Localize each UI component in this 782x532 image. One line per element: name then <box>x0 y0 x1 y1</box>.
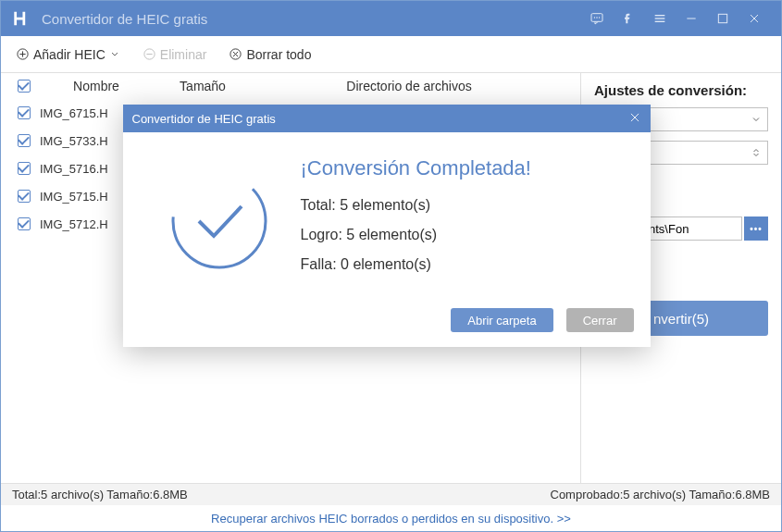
dialog-heading: ¡Conversión Completada! <box>301 156 623 180</box>
dialog-header: Convertidor de HEIC gratis <box>123 105 651 132</box>
svg-point-21 <box>173 175 266 267</box>
dialog-title: Convertidor de HEIC gratis <box>132 112 276 126</box>
close-button[interactable]: Cerrar <box>566 308 634 332</box>
open-folder-button[interactable]: Abrir carpeta <box>451 308 552 332</box>
completion-dialog: Convertidor de HEIC gratis ¡Conversión C… <box>123 105 651 347</box>
dialog-fail: Falla: 0 elemento(s) <box>301 256 623 273</box>
dialog-close-icon[interactable] <box>628 111 641 127</box>
dialog-success: Logro: 5 elemento(s) <box>301 227 623 243</box>
dialog-total: Total: 5 elemento(s) <box>301 197 623 214</box>
success-check-icon <box>166 167 273 275</box>
modal-backdrop: Convertidor de HEIC gratis ¡Conversión C… <box>1 1 781 531</box>
